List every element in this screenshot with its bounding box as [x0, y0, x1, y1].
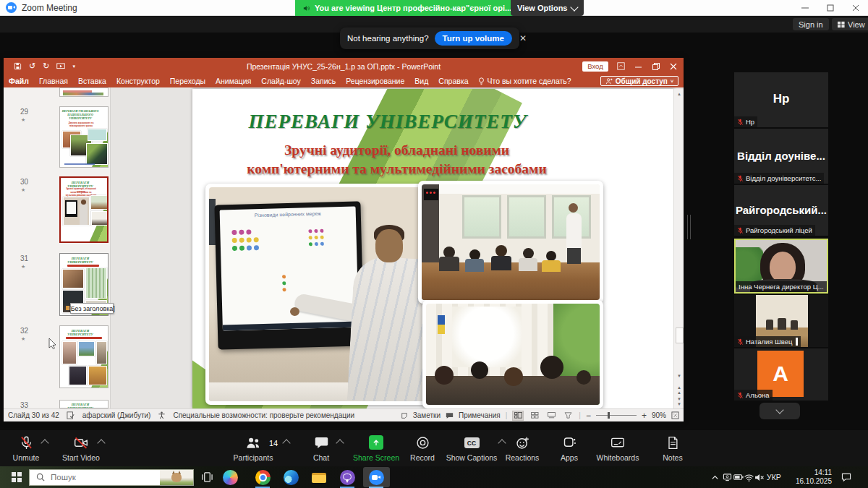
ppt-vertical-scrollbar[interactable]: ▲ ▼ ▲▲ ▼▼ — [673, 89, 684, 408]
slide-sorter-view-button[interactable] — [529, 411, 540, 421]
thumbnail-slide-32[interactable]: ПЕРЕВАГИ УНІВЕРСИТЕТУ — [59, 325, 109, 388]
tray-expand-icon[interactable] — [707, 468, 722, 486]
thumb-photo — [91, 211, 108, 226]
ppt-restore-button[interactable] — [646, 58, 665, 74]
reactions-icon — [515, 435, 530, 450]
ppt-tab-insert[interactable]: Вставка — [73, 77, 111, 85]
person-hand — [290, 307, 299, 316]
save-icon[interactable] — [14, 62, 22, 70]
accessibility-status[interactable]: Специальные возможности: проверьте реком… — [173, 411, 354, 419]
taskbar-search[interactable] — [29, 469, 194, 486]
zoom-out-button[interactable]: − — [586, 411, 591, 421]
participant-tile[interactable]: Нр Нр — [734, 72, 828, 127]
zoom-level[interactable]: 90% — [652, 411, 666, 419]
window-close-button[interactable] — [843, 0, 868, 16]
chrome-icon[interactable] — [250, 468, 276, 486]
whiteboards-button[interactable]: Whiteboards — [587, 433, 648, 465]
ribbon-display-options-icon[interactable] — [611, 58, 631, 74]
notification-center-icon[interactable] — [838, 468, 855, 486]
qat-dropdown-icon[interactable]: ▾ — [72, 64, 75, 69]
ppt-tab-review[interactable]: Рецензирование — [341, 77, 409, 85]
ppt-tab-record[interactable]: Запись — [306, 77, 341, 85]
zoom-in-button[interactable]: + — [642, 411, 647, 421]
view-options-button[interactable]: View Options — [511, 0, 584, 16]
task-view-icon[interactable] — [194, 468, 220, 486]
thumb-photo — [78, 341, 95, 356]
taskbar-clock[interactable]: 14:11 16.10.2025 — [790, 468, 832, 486]
notes-button[interactable]: Notes — [642, 433, 703, 465]
participants-scrollbar[interactable] — [687, 215, 691, 239]
muted-mic-icon — [737, 227, 744, 234]
ppt-tab-animations[interactable]: Анимация — [210, 77, 256, 85]
view-button[interactable]: View — [832, 18, 868, 30]
ppt-tab-slideshow[interactable]: Слайд-шоу — [256, 77, 305, 85]
board-title: Різновиди нейронних мереж — [220, 210, 356, 219]
volume-muted-icon[interactable] — [752, 468, 767, 486]
scrollbar-thumb[interactable] — [676, 328, 684, 343]
chat-button[interactable]: Chat — [291, 433, 352, 465]
spellcheck-icon[interactable] — [67, 411, 75, 419]
viber-icon[interactable] — [334, 468, 360, 486]
reading-view-button[interactable] — [545, 411, 557, 421]
thumb-photo — [62, 341, 77, 364]
participants-chevron[interactable] — [282, 439, 290, 447]
chat-icon — [314, 435, 329, 450]
turn-up-volume-button[interactable]: Turn up volume — [435, 31, 512, 46]
toast-close-icon[interactable]: ✕ — [519, 33, 527, 43]
search-icon — [36, 473, 45, 481]
ppt-tab-design[interactable]: Конструктор — [111, 77, 165, 85]
scroll-up-icon[interactable]: ▲ — [674, 90, 684, 98]
notes-toggle[interactable]: Заметки — [413, 411, 441, 419]
slideshow-view-button[interactable] — [562, 411, 574, 421]
window-minimize-button[interactable] — [793, 0, 817, 16]
zoom-app-icon[interactable] — [363, 468, 389, 486]
copilot-icon[interactable] — [217, 468, 243, 486]
ppt-tab-home[interactable]: Главная — [34, 77, 73, 85]
windows-taskbar: УКР 14:11 16.10.2025 — [0, 466, 868, 488]
thumbnail-slide-28-partial[interactable] — [59, 87, 109, 97]
ppt-close-button[interactable] — [663, 58, 683, 74]
search-highlight-image[interactable] — [160, 470, 193, 485]
participants-button[interactable]: 14 Participants — [223, 433, 284, 465]
ppt-tell-me[interactable]: Что вы хотите сделать? — [474, 77, 576, 85]
thumbnail-slide-30-selected[interactable]: ПЕРЕВАГИ УНІВЕРСИТЕТУ Зручні аудиторії, … — [59, 176, 109, 243]
more-participants-button[interactable] — [760, 403, 800, 419]
file-explorer-icon[interactable] — [306, 468, 332, 486]
comments-toggle[interactable]: Примечания — [459, 411, 501, 419]
participant-tile[interactable]: Райгородський... Райгородський ліцей — [734, 185, 828, 236]
participant-tile[interactable]: Наталия Швец — [734, 295, 828, 347]
ppt-tab-file[interactable]: Файл — [4, 77, 34, 85]
start-video-button[interactable]: Start Video — [51, 433, 111, 465]
fit-slide-icon[interactable] — [671, 411, 679, 419]
unmute-button[interactable]: Unmute — [0, 433, 56, 465]
ppt-minimize-button[interactable] — [629, 58, 648, 74]
ppt-share-button[interactable]: Общий доступ ˅ — [600, 76, 678, 86]
participant-tile[interactable]: Відділ доуніве... Відділ доуніверситетс.… — [734, 129, 828, 184]
previous-slide-button[interactable]: ▲▲ — [674, 385, 684, 395]
start-button[interactable] — [6, 466, 27, 488]
ppt-tab-transitions[interactable]: Переходы — [165, 77, 210, 85]
thumbnail-slide-29[interactable]: ПЕРЕВАГИ УМАНСЬКОГО НАЦІОНАЛЬНОГО УНІВЕР… — [59, 106, 109, 168]
language-indicator[interactable]: УКР — [767, 473, 781, 481]
share-person-icon — [605, 77, 613, 85]
slide-canvas[interactable]: ПЕРЕВАГИ УНІВЕРСИТЕТУ Зручні аудиторії, … — [192, 89, 674, 408]
ppt-tab-view[interactable]: Вид — [409, 77, 433, 85]
zoom-slider[interactable] — [596, 415, 637, 416]
thumbnail-slide-33-partial[interactable]: ПЕРЕВАГИ УНІВЕРСИТЕТУ — [59, 400, 109, 408]
normal-view-button[interactable] — [512, 411, 524, 421]
ppt-tab-help[interactable]: Справка — [433, 77, 473, 85]
language-status[interactable]: афарский (Джибути) — [82, 411, 151, 419]
scroll-down-icon[interactable]: ▼ — [674, 372, 684, 380]
sign-in-button[interactable]: Sign in — [793, 18, 829, 30]
slide-photo-classroom — [418, 181, 603, 304]
participant-tile[interactable]: А Альона — [734, 348, 828, 401]
start-slideshow-icon[interactable] — [56, 63, 65, 70]
window-maximize-button[interactable] — [818, 0, 843, 16]
redo-icon[interactable]: ↻ — [43, 61, 49, 71]
edge-icon[interactable] — [278, 468, 304, 486]
share-screen-icon — [369, 435, 383, 450]
next-slide-button[interactable]: ▼▼ — [674, 397, 684, 407]
ppt-account-button[interactable]: Вход — [582, 61, 608, 72]
participant-tile-active-speaker[interactable]: Інна Чернега директор Ц... — [734, 239, 828, 294]
undo-icon[interactable]: ↺ — [29, 61, 35, 71]
